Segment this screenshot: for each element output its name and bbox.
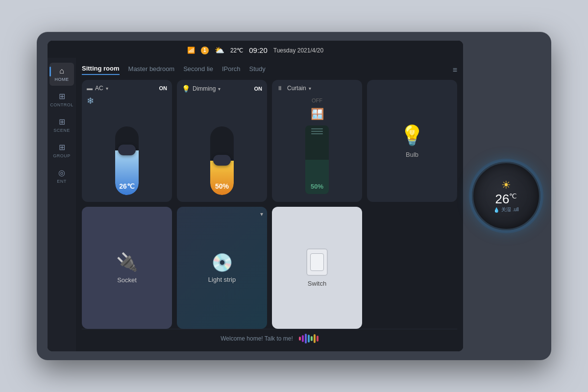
voice-wave [299, 334, 318, 343]
thermostat-circle[interactable]: ☀ 26 ℃ 💧 关湿 .ull [472, 162, 540, 230]
thermostat-temp-display: 26 ℃ [495, 193, 517, 205]
ac-temp-value: 26℃ [119, 182, 135, 190]
curtain-dropdown-icon[interactable]: ▾ [309, 86, 311, 91]
ac-slider[interactable]: 26℃ [87, 111, 167, 195]
ent-icon: ◎ [58, 168, 65, 177]
more-rooms-icon[interactable]: ≡ [453, 66, 457, 74]
dimming-slider-thumb[interactable] [213, 155, 231, 166]
wave-bar-6 [314, 334, 316, 343]
smart-home-device: 📶 1 ⛅ 22℃ 09:20 Tuesday 2021/4/20 ⌂ HOME… [37, 32, 551, 360]
status-time: 09:20 [249, 46, 268, 54]
dimming-value: 50% [215, 182, 229, 190]
socket-name: Socket [117, 276, 137, 284]
ac-slider-thumb[interactable] [118, 145, 136, 155]
curtain-name: Curtain [287, 85, 306, 92]
thermostat-sub-text: 关湿 .ull [501, 206, 519, 213]
notification-badge[interactable]: 1 [201, 47, 209, 54]
switch-name: Switch [308, 280, 326, 287]
dimming-slider-track: 50% [210, 126, 234, 195]
wave-bar-7 [317, 336, 318, 342]
weather-icon: ⛅ [215, 46, 224, 55]
ac-icon-small: ▬ [87, 85, 93, 92]
bulb-name: Bulb [406, 151, 418, 158]
dimming-dropdown-icon[interactable]: ▾ [218, 86, 220, 92]
ac-dropdown-icon[interactable]: ▾ [106, 86, 108, 91]
ac-card-header: ▬ AC ▾ ON [87, 85, 167, 92]
sidebar-item-group[interactable]: ⊞ GROUP [49, 139, 74, 162]
switch-card[interactable]: Switch [272, 207, 362, 329]
group-icon: ⊞ [59, 143, 65, 152]
ac-status: ON [159, 85, 168, 91]
wave-bar-3 [305, 334, 307, 343]
home-icon: ⌂ [59, 67, 64, 75]
lightstrip-dropdown-icon[interactable]: ▾ [260, 211, 263, 218]
curtain-pause-icon: ⏸ [277, 85, 283, 92]
sidebar-item-home[interactable]: ⌂ HOME [49, 63, 74, 86]
ac-title-row: ▬ AC ▾ [87, 85, 108, 92]
curtain-icon: 🪟 [311, 108, 324, 121]
curtain-title-row: ⏸ Curtain ▾ [277, 85, 311, 92]
tab-second-lie[interactable]: Second lie [183, 65, 213, 74]
wave-bar-4 [308, 335, 310, 343]
socket-card[interactable]: 🔌 Socket [82, 207, 172, 329]
active-indicator [49, 67, 51, 76]
ac-slider-track: 26℃ [115, 126, 139, 195]
ac-name: AC [95, 85, 103, 92]
room-tabs: Sitting room Master bedroom Second lie I… [82, 62, 457, 80]
lightstrip-name: Light strip [208, 276, 236, 283]
thermostat-container: ☀ 26 ℃ 💧 关湿 .ull [470, 160, 542, 232]
switch-icon [306, 248, 328, 276]
tab-study[interactable]: Study [249, 65, 266, 74]
sidebar-label-ent: ENT [57, 179, 67, 184]
ac-snowflake-icon: ❄ [87, 96, 94, 106]
scene-icon: ⊞ [59, 117, 65, 126]
wave-bar-1 [299, 337, 301, 341]
sidebar-label-control: CONTROL [50, 102, 74, 107]
weather-temp: 22℃ [230, 47, 243, 54]
curtain-status: OFF [312, 98, 322, 103]
thermostat-unit: ℃ [509, 193, 517, 199]
thermostat-sun-icon: ☀ [501, 179, 511, 192]
thermostat-humidity-icon: 💧 [493, 207, 499, 213]
bulb-card[interactable]: 💡 Bulb [367, 80, 457, 202]
sidebar-label-home: HOME [55, 77, 69, 82]
sidebar-label-group: GROUP [53, 153, 71, 158]
curtain-slider[interactable]: 50% [305, 125, 329, 194]
dimming-title-row: 💡 Dimming ▾ [182, 85, 220, 93]
curtain-card[interactable]: ⏸ Curtain ▾ OFF 🪟 [272, 80, 362, 202]
dimming-name: Dimming [193, 85, 216, 92]
status-bar: 📶 1 ⛅ 22℃ 09:20 Tuesday 2021/4/20 [48, 41, 463, 58]
bulb-icon: 💡 [400, 124, 424, 147]
device-screen: 📶 1 ⛅ 22℃ 09:20 Tuesday 2021/4/20 ⌂ HOME… [48, 41, 463, 351]
voice-prompt-text: Welcome home! Talk to me! [220, 335, 293, 342]
wifi-icon: 📶 [187, 47, 195, 54]
ac-card[interactable]: ▬ AC ▾ ON ❄ [82, 80, 172, 202]
dimming-card-header: 💡 Dimming ▾ ON [182, 85, 262, 93]
sidebar-item-scene[interactable]: ⊞ SCENE [49, 113, 74, 137]
main-content: ⌂ HOME ⊞ CONTROL ⊞ SCENE ⊞ GROUP ◎ ENT [48, 58, 463, 351]
control-icon: ⊞ [59, 92, 65, 101]
voice-bar[interactable]: Welcome home! Talk to me! [82, 329, 457, 347]
wave-bar-5 [311, 336, 313, 341]
sidebar-item-ent[interactable]: ◎ ENT [49, 164, 74, 188]
sidebar-item-control[interactable]: ⊞ CONTROL [49, 88, 74, 111]
tab-sitting-room[interactable]: Sitting room [82, 65, 120, 75]
socket-icon: 🔌 [116, 252, 138, 272]
dimming-status: ON [254, 86, 263, 92]
sidebar-label-scene: SCENE [53, 128, 70, 133]
curtain-card-header: ⏸ Curtain ▾ [277, 85, 357, 92]
lightstrip-icon: 💿 [211, 252, 233, 273]
device-grid: ▬ AC ▾ ON ❄ [82, 80, 457, 329]
tab-master-bedroom[interactable]: Master bedroom [128, 65, 175, 74]
dimming-slider[interactable]: 50% [182, 102, 262, 195]
wave-bar-2 [302, 335, 304, 342]
thermostat-temp-value: 26 [495, 193, 510, 205]
right-panel: Sitting room Master bedroom Second lie I… [76, 58, 463, 351]
dimming-card[interactable]: 💡 Dimming ▾ ON 50% [177, 80, 267, 202]
dimmer-bulb-icon: 💡 [182, 85, 190, 93]
curtain-lines [311, 128, 323, 134]
thermostat-sub-info: 💧 关湿 .ull [493, 206, 519, 213]
lightstrip-card[interactable]: ▾ 💿 Light strip [177, 207, 267, 329]
curtain-value: 50% [311, 183, 323, 190]
tab-iporch[interactable]: IPorch [222, 65, 241, 74]
